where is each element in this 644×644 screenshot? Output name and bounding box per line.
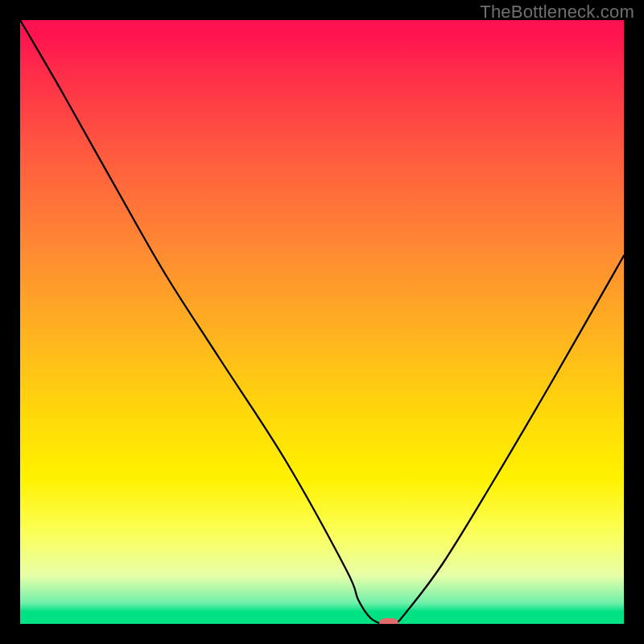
optimum-marker [379, 618, 398, 624]
plot-area [20, 20, 624, 624]
bottleneck-curve-path [20, 20, 624, 624]
chart-frame: TheBottleneck.com [0, 0, 644, 644]
line-chart [20, 20, 624, 624]
